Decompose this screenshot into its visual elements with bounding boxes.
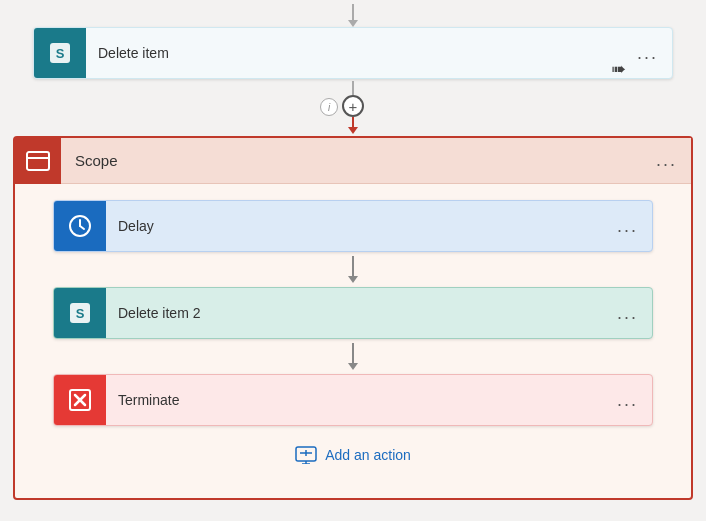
delete-item-card[interactable]: S Delete item ... <box>33 27 673 79</box>
plus-symbol: + <box>349 99 358 114</box>
sharepoint-icon-2: S <box>67 300 93 326</box>
terminate-svg-icon <box>67 387 93 413</box>
workflow-canvas: S Delete item ... ➠ i + <box>0 0 706 521</box>
info-badge[interactable]: i <box>320 98 338 116</box>
scope-container: Scope ... Delay ... <box>13 136 693 500</box>
red-arrow-connector <box>348 117 358 134</box>
add-connector: i + <box>342 81 364 134</box>
red-arrow-head <box>348 127 358 134</box>
top-arrow-connector <box>348 4 358 27</box>
add-step-button[interactable]: + <box>342 95 364 117</box>
arrow-line-2 <box>352 343 354 363</box>
svg-line-6 <box>80 226 84 229</box>
internal-arrow-1 <box>348 256 358 283</box>
add-action-label: Add an action <box>325 447 411 463</box>
svg-text:S: S <box>56 46 65 61</box>
terminate-more-button[interactable]: ... <box>603 390 652 411</box>
sharepoint-icon: S <box>47 40 73 66</box>
delete-item2-more-button[interactable]: ... <box>603 303 652 324</box>
delay-icon <box>54 200 106 252</box>
svg-rect-2 <box>27 152 49 170</box>
delete-item-icon: S <box>34 27 86 79</box>
delay-label: Delay <box>106 218 603 234</box>
clock-icon <box>67 213 93 239</box>
delete-item-label: Delete item <box>86 45 623 61</box>
delete-item2-icon: S <box>54 287 106 339</box>
scope-more-button[interactable]: ... <box>642 150 691 171</box>
delay-more-button[interactable]: ... <box>603 216 652 237</box>
connector-line-top <box>352 81 354 95</box>
scope-body: Delay ... S Delete item 2 ... <box>15 184 691 478</box>
delete-item2-card[interactable]: S Delete item 2 ... <box>53 287 653 339</box>
scope-label: Scope <box>61 152 642 169</box>
terminate-label: Terminate <box>106 392 603 408</box>
red-line <box>352 117 354 127</box>
arrow-head-1 <box>348 276 358 283</box>
arrow-head-2 <box>348 363 358 370</box>
scope-svg-icon <box>25 150 51 172</box>
arrow-line <box>352 4 354 20</box>
terminate-icon <box>54 374 106 426</box>
scope-header[interactable]: Scope ... <box>15 138 691 184</box>
info-symbol: i <box>328 102 330 113</box>
add-action-icon <box>295 446 317 464</box>
delete-item2-label: Delete item 2 <box>106 305 603 321</box>
arrow-line-1 <box>352 256 354 276</box>
svg-text:S: S <box>76 306 85 321</box>
add-action-svg-icon <box>295 446 317 464</box>
add-action-button[interactable]: Add an action <box>285 442 421 468</box>
delay-card[interactable]: Delay ... <box>53 200 653 252</box>
arrow-head <box>348 20 358 27</box>
internal-arrow-2 <box>348 343 358 370</box>
scope-icon <box>15 138 61 184</box>
terminate-card[interactable]: Terminate ... <box>53 374 653 426</box>
delete-item-more-button[interactable]: ... <box>623 43 672 64</box>
